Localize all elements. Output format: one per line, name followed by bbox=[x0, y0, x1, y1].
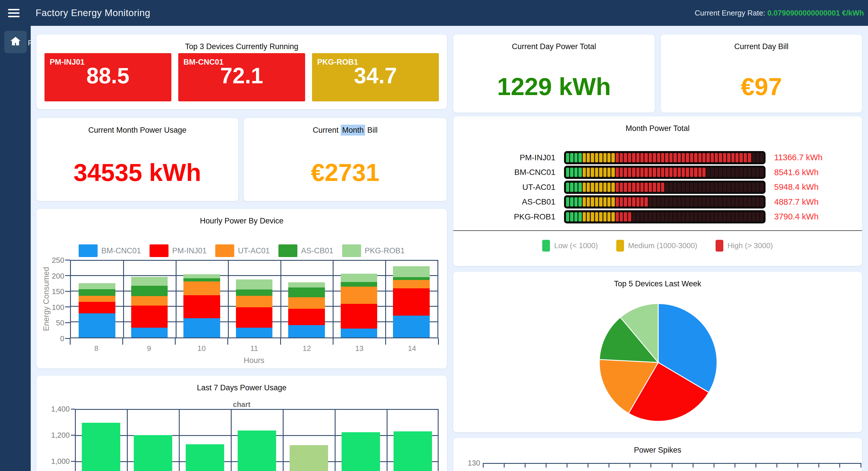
chart-legend: BM-CNC01PM-INJ01UT-AC01AS-CB01PKG-ROB1 bbox=[36, 244, 447, 257]
gauge-segment bbox=[644, 153, 648, 162]
tick-mark bbox=[861, 463, 861, 468]
bar bbox=[342, 432, 380, 471]
tick-mark bbox=[122, 338, 123, 345]
tick-mark bbox=[672, 463, 673, 468]
gauge-value-label: 5948.4 kWh bbox=[774, 182, 846, 192]
bar-segment bbox=[236, 290, 273, 296]
gauge-segment bbox=[657, 197, 660, 206]
gauge-segment bbox=[673, 168, 677, 177]
gauge-segment bbox=[653, 197, 656, 206]
home-icon bbox=[9, 35, 22, 49]
gauge-segment bbox=[715, 212, 718, 222]
card-title: Current Month Power Usage bbox=[36, 125, 238, 135]
bar bbox=[186, 444, 224, 471]
gauge-legend: Low (< 1000)Medium (1000-3000)High (> 30… bbox=[453, 240, 862, 252]
tick-mark bbox=[70, 338, 71, 345]
bar-segment bbox=[341, 274, 377, 282]
bar-segment bbox=[288, 325, 325, 337]
gauge-segment bbox=[678, 197, 681, 206]
gauge-segment bbox=[665, 168, 668, 177]
gauge-segment bbox=[566, 212, 569, 222]
gauge-segment bbox=[578, 183, 582, 192]
gauge-segment bbox=[583, 153, 586, 162]
tick-mark bbox=[65, 260, 70, 261]
gauge-segment bbox=[686, 183, 689, 192]
tick-mark bbox=[71, 461, 75, 462]
x-axis-title: Hours bbox=[244, 356, 265, 365]
chart-title: Hourly Power By Device bbox=[36, 216, 447, 226]
bar-segment bbox=[341, 304, 377, 329]
gauge-bar bbox=[564, 166, 766, 179]
gauge-segment bbox=[587, 183, 590, 192]
gauge-segment bbox=[587, 153, 590, 162]
gauge-segment bbox=[578, 212, 582, 222]
gauge-segment bbox=[760, 153, 763, 162]
last7-bar-chart bbox=[75, 409, 439, 471]
gauge-segment bbox=[570, 168, 573, 177]
gauge-segment bbox=[570, 212, 573, 222]
gauge-segment bbox=[628, 212, 631, 222]
gauge-segment bbox=[640, 212, 644, 222]
y-tick-label: 0 bbox=[48, 334, 64, 343]
gauge-segment bbox=[620, 212, 623, 222]
gauge-segment bbox=[732, 153, 735, 162]
gauge-value-label: 4887.7 kWh bbox=[774, 197, 846, 207]
day-bill-value: €97 bbox=[661, 51, 862, 113]
gauge-segment bbox=[653, 212, 656, 222]
gauge-segment bbox=[723, 183, 726, 192]
tick-mark bbox=[65, 306, 70, 307]
gridline bbox=[179, 409, 180, 471]
gauge-segment bbox=[744, 153, 747, 162]
gauge-segment bbox=[575, 183, 578, 192]
tick-mark bbox=[65, 322, 70, 323]
gauge-segment bbox=[599, 183, 602, 192]
tick-mark bbox=[609, 463, 609, 468]
card-top3-devices: Top 3 Devices Currently Running PM-INJ01… bbox=[36, 34, 447, 109]
gauge-segment bbox=[616, 212, 619, 222]
legend-item: AS-CB01 bbox=[278, 244, 334, 257]
tick-mark bbox=[735, 463, 735, 468]
tick-mark bbox=[629, 463, 630, 468]
tick-mark bbox=[693, 463, 693, 468]
gauge-segment bbox=[756, 197, 759, 206]
device-power-value: 72.1 bbox=[178, 65, 305, 87]
gauge-segment bbox=[637, 153, 640, 162]
bar-segment bbox=[183, 282, 220, 295]
menu-icon[interactable] bbox=[8, 7, 20, 19]
bar-segment bbox=[79, 296, 115, 302]
gauge-segment bbox=[682, 183, 685, 192]
gridline bbox=[228, 261, 229, 337]
gauge-segment bbox=[591, 212, 594, 222]
bar-segment bbox=[288, 288, 325, 297]
gauge-segment bbox=[748, 212, 751, 222]
card-month-bill: Current Month Bill €2731 bbox=[244, 118, 446, 201]
gauge-segment bbox=[678, 183, 681, 192]
gauge-segment bbox=[719, 168, 722, 177]
bar-segment bbox=[131, 277, 168, 286]
gauge-segment bbox=[727, 168, 730, 177]
gauge-value-label: 3790.4 kWh bbox=[774, 212, 846, 222]
gauge-segment bbox=[715, 197, 718, 206]
x-tick-label: 11 bbox=[250, 344, 258, 353]
gauge-segment bbox=[760, 168, 763, 177]
gauge-segment bbox=[611, 183, 615, 192]
gauge-segment bbox=[608, 168, 611, 177]
sidebar-item-home[interactable] bbox=[4, 31, 27, 53]
gauge-segment bbox=[603, 197, 607, 206]
card-title: Current Month Bill bbox=[244, 125, 446, 135]
bar-segment bbox=[236, 307, 273, 327]
gauge-segment bbox=[616, 197, 619, 206]
gauge-segment bbox=[727, 212, 730, 222]
gauge-segment bbox=[628, 183, 631, 192]
y-tick-label: 150 bbox=[48, 287, 64, 296]
gauge-segment bbox=[628, 197, 631, 206]
gauge-segment bbox=[706, 153, 710, 162]
app-title: Factory Energy Monitoring bbox=[36, 7, 150, 19]
tick-mark bbox=[438, 338, 439, 345]
gauge-segment bbox=[702, 212, 706, 222]
device-tile: PKG-ROB1 34.7 bbox=[312, 53, 439, 101]
chart-title: Top 5 Devices Last Week bbox=[453, 279, 862, 289]
bar-segment bbox=[393, 316, 430, 337]
gauge-segment bbox=[760, 212, 763, 222]
gauge-segment bbox=[665, 153, 668, 162]
